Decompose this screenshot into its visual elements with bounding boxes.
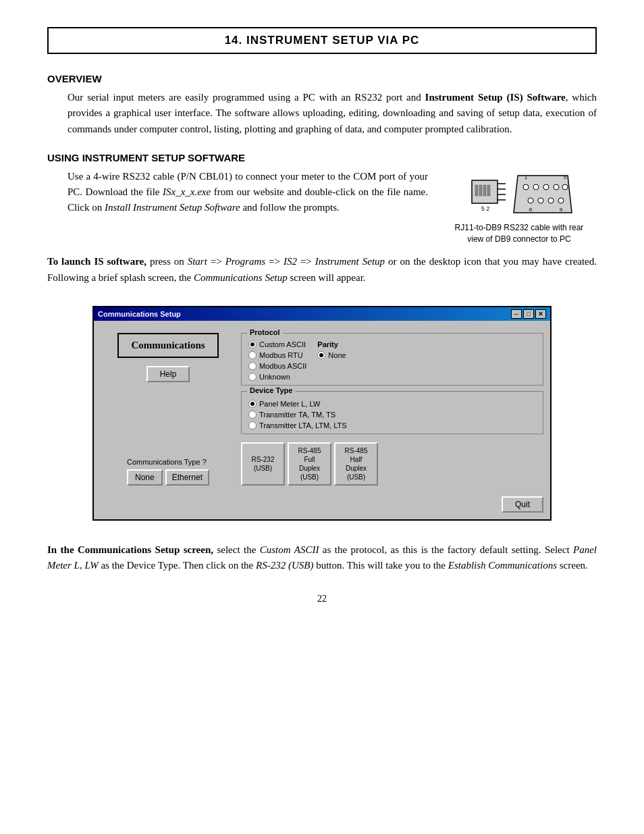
radio-modbus-rtu[interactable] [248,351,257,359]
protocol-modbus-ascii[interactable]: Modbus ASCII [248,362,306,370]
radio-transmitter-ta-label: Transmitter TA, TM, TS [259,411,336,419]
svg-point-19 [558,198,564,203]
window-titlebar: Communications Setup ─ □ ✕ [94,307,550,321]
radio-transmitter-ta[interactable] [248,411,257,419]
window-title: Communications Setup [98,310,181,318]
device-panel-meter[interactable]: Panel Meter L, LW [248,400,536,408]
overview-text: Our serial input meters are easily progr… [68,90,597,137]
protocol-group-title: Protocol [247,328,283,336]
device-transmitter-ta[interactable]: Transmitter TA, TM, TS [248,411,536,419]
device-type-groupbox: Device Type Panel Meter L, LW Transmitte… [241,391,543,434]
minimize-button[interactable]: ─ [511,309,522,319]
svg-point-13 [543,184,549,190]
radio-unknown[interactable] [248,373,257,381]
help-button[interactable]: Help [146,366,190,382]
radio-parity-none-label: None [328,351,346,359]
device-type-radio-group: Panel Meter L, LW Transmitter TA, TM, TS… [248,400,536,429]
svg-text:6: 6 [529,207,533,213]
svg-point-16 [528,198,533,203]
svg-rect-7 [483,185,486,196]
svg-point-11 [523,184,529,190]
connector-caption: RJ11-to-DB9 RS232 cable with rearview of… [455,222,584,245]
launch-text: To launch IS software, press on Start =>… [47,254,597,286]
svg-point-12 [533,184,539,190]
maximize-button[interactable]: □ [523,309,534,319]
parity-none[interactable]: None [317,351,346,359]
bottom-section: In the Communications Setup screen, sele… [47,542,597,574]
parity-title: Parity [317,340,346,348]
db9-svg: 1 5 6 9 [512,172,573,219]
svg-text:5   2: 5 2 [481,205,490,212]
parity-group: Parity None [317,340,346,381]
using-software-section: Use a 4-wire RS232 cable (P/N CBL01) to … [47,169,597,245]
device-type-title: Device Type [247,386,295,394]
page-number: 22 [47,594,597,604]
radio-panel-meter-label: Panel Meter L, LW [259,400,320,408]
window-body: Communications Help Communications Type … [94,321,550,492]
using-software-text: Use a 4-wire RS232 cable (P/N CBL01) to … [68,169,428,245]
bottom-text: In the Communications Setup screen, sele… [47,542,597,574]
svg-rect-5 [475,185,478,196]
radio-modbus-ascii[interactable] [248,362,257,370]
close-button[interactable]: ✕ [535,309,546,319]
connector-diagram: 5 2 1 5 6 9 [441,169,597,245]
radio-custom-ascii[interactable] [248,340,257,348]
svg-text:1: 1 [525,174,528,180]
radio-unknown-label: Unknown [259,373,290,381]
svg-rect-6 [479,185,482,196]
svg-marker-10 [514,176,572,213]
window-right-panel: Protocol Custom ASCII Modbus RTU [241,328,543,486]
radio-panel-meter[interactable] [248,400,257,408]
radio-transmitter-lta-label: Transmitter LTA, LTM, LTS [259,421,347,429]
protocol-modbus-rtu[interactable]: Modbus RTU [248,351,306,359]
comm-type-section: Communications Type ? None Ethernet [127,458,209,486]
overview-heading: OVERVIEW [47,73,597,84]
using-software-heading: USING INSTRUMENT SETUP SOFTWARE [47,152,597,163]
rj11-svg: 5 2 [465,177,506,214]
rs485-half-duplex-button[interactable]: RS-485HalfDuplex(USB) [334,442,378,486]
svg-point-15 [562,184,568,190]
protocol-radio-group: Custom ASCII Modbus RTU Modbus ASCII [248,340,306,381]
rs485-full-duplex-button[interactable]: RS-485FullDuplex(USB) [288,442,331,486]
svg-point-17 [538,198,543,203]
comm-type-label: Communications Type ? [127,458,207,466]
svg-point-18 [548,198,554,203]
page-title: 14. INSTRUMENT SETUP VIA PC [49,34,595,47]
quit-button[interactable]: Quit [502,496,543,513]
rs232-usb-button[interactable]: RS-232(USB) [241,442,285,486]
window-container: Communications Setup ─ □ ✕ Communication… [47,295,597,531]
radio-parity-none[interactable] [317,351,325,359]
window-footer: Quit [94,492,550,519]
svg-rect-8 [487,185,490,196]
radio-modbus-ascii-label: Modbus ASCII [259,362,306,370]
usb-buttons-row: RS-232(USB) RS-485FullDuplex(USB) RS-485… [241,442,543,486]
radio-modbus-rtu-label: Modbus RTU [259,351,303,359]
radio-transmitter-lta[interactable] [248,421,257,429]
window-controls: ─ □ ✕ [511,309,546,319]
none-button[interactable]: None [127,469,163,486]
svg-point-14 [554,184,559,190]
protocol-custom-ascii[interactable]: Custom ASCII [248,340,306,348]
radio-custom-ascii-label: Custom ASCII [259,340,306,348]
window-left-panel: Communications Help Communications Type … [101,328,236,486]
protocol-parity-groupbox: Protocol Custom ASCII Modbus RTU [241,333,543,386]
communications-setup-window: Communications Setup ─ □ ✕ Communication… [92,306,552,521]
connector-illustration: 5 2 1 5 6 9 [465,172,573,219]
protocol-parity-inner: Custom ASCII Modbus RTU Modbus ASCII [248,340,536,381]
svg-text:5: 5 [564,174,567,180]
comm-type-buttons: None Ethernet [127,469,209,486]
comm-title-label: Communications [117,333,218,358]
svg-text:9: 9 [560,207,563,213]
ethernet-button[interactable]: Ethernet [165,469,209,486]
page-title-box: 14. INSTRUMENT SETUP VIA PC [47,27,597,54]
protocol-unknown[interactable]: Unknown [248,373,306,381]
device-transmitter-lta[interactable]: Transmitter LTA, LTM, LTS [248,421,536,429]
